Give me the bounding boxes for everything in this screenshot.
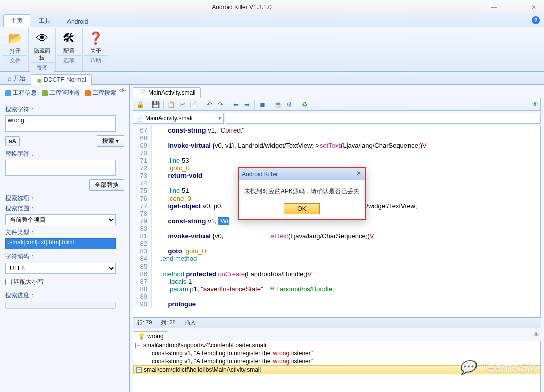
scope-select[interactable]: 当前整个项目 xyxy=(5,214,116,225)
doc-tab-start[interactable]: ⌂开始 xyxy=(2,72,31,84)
error-dialog: Android Killer ✕ 未找到对应的APK源码，请确认是否已丢失 OK xyxy=(238,167,366,220)
dialog-titlebar[interactable]: Android Killer ✕ xyxy=(239,168,365,180)
editor-area: 📄MainActivity.smali 🔒 💾 📋 ✂ 📄 ↶ ↷ ⬅ ➡ ≣ … xyxy=(130,85,544,392)
dialog-close-icon[interactable]: ✕ xyxy=(355,170,363,178)
tab-project-info[interactable]: 工程信息 xyxy=(3,88,39,98)
file-icon: 📄 xyxy=(139,89,146,96)
doc-tab-project[interactable]: ▣DDCTF-Normal xyxy=(31,74,91,85)
left-panel: 👁 工程信息 工程管理器 工程搜索 搜索字符： wrong aA 搜索 ▾ 替换… xyxy=(0,85,130,392)
ribbon-tab-android[interactable]: Android xyxy=(59,16,95,27)
expand-icon[interactable]: + xyxy=(136,367,142,373)
dialog-message: 未找到对应的APK源码，请确认是否已丢失 xyxy=(244,187,360,196)
group-option: 选项 xyxy=(57,55,81,66)
status-line: 行: 79 xyxy=(137,319,152,326)
status-bar: 行: 79 列: 28 插入 xyxy=(133,317,541,328)
save-icon[interactable]: 💾 xyxy=(151,100,160,109)
minimize-button[interactable]: — xyxy=(484,0,504,14)
tools-icon: 🛠 xyxy=(61,30,77,46)
app-title: Android Killer V1.3.1.0 xyxy=(0,4,484,11)
about-button[interactable]: ❓ 关于 xyxy=(84,29,108,55)
cut-icon[interactable]: ✂ xyxy=(178,100,187,109)
progress-bar xyxy=(5,302,116,309)
case-toggle-button[interactable]: aA xyxy=(5,136,20,146)
result-match-1[interactable]: const-string v1, "Attempting to unregist… xyxy=(133,349,540,357)
panel-visibility-icon[interactable]: 👁 xyxy=(119,87,126,95)
replace-label: 替换字符： xyxy=(5,150,124,158)
match-case-label: 匹配大小写 xyxy=(14,278,44,286)
lock-icon[interactable]: 🔒 xyxy=(135,100,145,109)
group-help: 帮助 xyxy=(84,55,108,66)
filetype-label: 文件类型： xyxy=(5,228,124,237)
document-tabs: ⌂开始 ▣DDCTF-Normal xyxy=(0,72,544,85)
status-col: 列: 28 xyxy=(161,319,175,326)
titlebar: Android Killer V1.3.1.0 — ☐ ✕ xyxy=(0,0,544,14)
match-case-checkbox[interactable] xyxy=(5,279,12,285)
result-match-2[interactable]: const-string v1, "Attempting to unregist… xyxy=(133,357,540,365)
undo-icon[interactable]: ↶ xyxy=(205,100,214,109)
scope-label: 搜索范围： xyxy=(5,204,124,213)
options-label: 搜索选项： xyxy=(5,194,124,203)
encoding-label: 字符编码： xyxy=(5,252,124,261)
encoding-select[interactable]: UTF8 xyxy=(5,263,116,274)
java-icon[interactable]: ☕ xyxy=(274,100,283,109)
home-icon: ⌂ xyxy=(8,75,11,82)
open-button[interactable]: 📂 打开 xyxy=(3,29,27,55)
editor-toolbar: 🔒 💾 📋 ✂ 📄 ↶ ↷ ⬅ ➡ ≣ ☕ ⚙ ♻ 👁 xyxy=(133,98,541,111)
hide-panel-button[interactable]: 👁 隐藏面 板 xyxy=(30,29,54,62)
search-input[interactable]: wrong xyxy=(5,115,116,132)
breadcrumb-file[interactable]: 📄MainActivity.smali▾ xyxy=(133,113,224,124)
replace-all-button[interactable]: 全部替换 xyxy=(89,179,124,191)
filetype-select[interactable]: .smali|.xml|.txt|.htm|.html xyxy=(5,238,116,249)
tab-project-manager[interactable]: 工程管理器 xyxy=(40,88,82,98)
question-icon: ❓ xyxy=(88,30,104,46)
info-icon xyxy=(5,90,11,96)
close-button[interactable]: ✕ xyxy=(524,0,544,14)
chevron-down-icon: ▾ xyxy=(218,115,221,122)
result-file-2[interactable]: +smali\com\didictf\hellolibs\MainActivit… xyxy=(133,365,540,374)
file-tab-mainactivity[interactable]: 📄MainActivity.smali xyxy=(133,87,201,98)
refresh-icon[interactable]: ♻ xyxy=(300,100,309,109)
group-view: 视图 xyxy=(30,62,54,73)
manager-icon xyxy=(42,90,48,96)
dialog-title: Android Killer xyxy=(242,171,278,178)
eye-icon: 👁 xyxy=(34,30,50,46)
tab-project-search[interactable]: 工程搜索 xyxy=(83,88,118,98)
search-button[interactable]: 搜索 ▾ xyxy=(97,135,124,147)
format-icon[interactable]: ≣ xyxy=(258,100,267,109)
search-label: 搜索字符： xyxy=(5,105,124,114)
dialog-ok-button[interactable]: OK xyxy=(284,203,319,214)
result-file-1[interactable]: −smali\android\support\v4\content\Loader… xyxy=(133,341,540,349)
back-icon[interactable]: ⬅ xyxy=(231,100,240,109)
ribbon-tab-tools[interactable]: 工具 xyxy=(31,14,58,27)
replace-input[interactable] xyxy=(5,160,116,176)
redo-icon[interactable]: ↷ xyxy=(216,100,225,109)
status-mode: 插入 xyxy=(185,319,196,326)
smali-file-icon: 📄 xyxy=(135,115,143,122)
group-file: 文件 xyxy=(3,55,27,66)
breadcrumb-path[interactable] xyxy=(226,113,541,124)
bulb-icon: 💡 xyxy=(138,333,145,340)
android-icon: ▣ xyxy=(36,76,42,83)
results-area: 👁 💡wrong −smali\android\support\v4\conte… xyxy=(133,330,541,392)
ribbon-tab-home[interactable]: 主页 xyxy=(3,14,30,27)
collapse-icon[interactable]: − xyxy=(135,343,141,348)
compile-icon[interactable]: ⚙ xyxy=(285,100,294,109)
paste-icon[interactable]: 📄 xyxy=(189,100,198,109)
help-icon[interactable]: ? xyxy=(532,16,540,24)
search-tab-icon xyxy=(85,90,91,96)
results-tab-wrong[interactable]: 💡wrong xyxy=(133,331,168,341)
ribbon: 主页 工具 Android ? 📂 打开 文件 👁 隐藏面 板 视图 🛠 配置 … xyxy=(0,14,544,72)
code-view[interactable]: 67 const-string v1, "Correct"6869 invoke… xyxy=(133,126,541,317)
results-visibility-icon[interactable]: 👁 xyxy=(533,331,540,339)
editor-visibility-icon[interactable]: 👁 xyxy=(532,101,538,108)
maximize-button[interactable]: ☐ xyxy=(504,0,524,14)
folder-open-icon: 📂 xyxy=(7,30,23,46)
config-button[interactable]: 🛠 配置 xyxy=(57,29,81,55)
copy-icon[interactable]: 📋 xyxy=(167,100,176,109)
forward-icon[interactable]: ➡ xyxy=(242,100,251,109)
progress-label: 搜索进度： xyxy=(5,291,124,300)
